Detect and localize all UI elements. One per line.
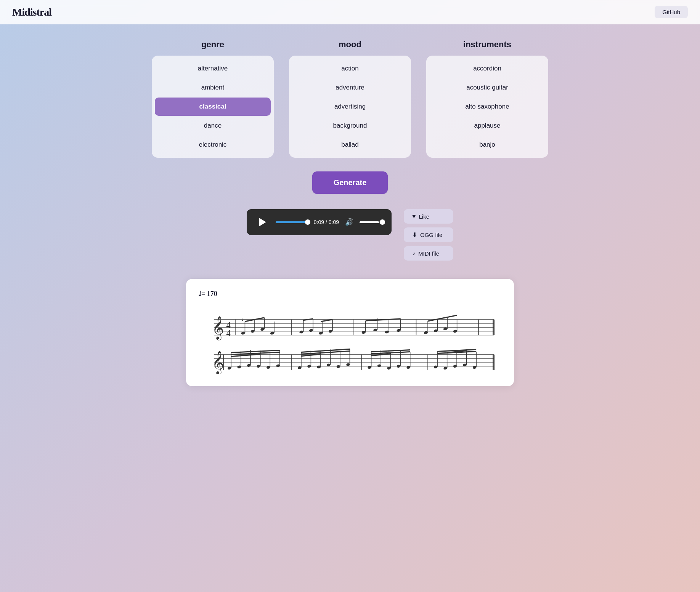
list-item-mood-advertising[interactable]: advertising xyxy=(292,98,408,116)
svg-point-85 xyxy=(307,365,311,368)
svg-point-113 xyxy=(443,366,448,370)
column-instruments: instrumentsaccordionacoustic guitaralto … xyxy=(426,40,548,158)
svg-point-72 xyxy=(247,364,251,367)
list-item-instruments-acoustic-guitar[interactable]: acoustic guitar xyxy=(429,78,545,97)
sheet-music-svg: 𝄞 4 4 ♩ xyxy=(198,304,502,374)
svg-point-49 xyxy=(443,327,448,331)
svg-point-30 xyxy=(319,331,323,335)
svg-point-47 xyxy=(433,329,438,333)
sheet-music-section: ♩= 170 𝄞 4 4 xyxy=(186,279,514,386)
svg-point-68 xyxy=(227,366,231,370)
github-button[interactable]: GitHub xyxy=(655,6,688,18)
svg-point-74 xyxy=(257,365,261,368)
svg-point-51 xyxy=(453,330,458,333)
list-item-instruments-applause[interactable]: applause xyxy=(429,117,545,135)
svg-point-78 xyxy=(276,364,280,368)
svg-point-22 xyxy=(270,331,275,335)
svg-line-34 xyxy=(303,319,313,320)
svg-line-24 xyxy=(245,320,255,322)
volume-thumb xyxy=(380,219,385,225)
svg-point-115 xyxy=(453,365,457,368)
svg-point-26 xyxy=(299,330,304,334)
svg-line-54 xyxy=(438,317,448,319)
play-icon xyxy=(259,218,266,226)
list-item-instruments-banjo[interactable]: banjo xyxy=(429,136,545,154)
progress-fill xyxy=(276,221,308,223)
column-genre: genrealternativeambientclassicaldanceele… xyxy=(152,40,274,158)
like-label: Like xyxy=(419,213,430,220)
list-item-genre-alternative[interactable]: alternative xyxy=(155,59,271,78)
svg-point-83 xyxy=(297,366,302,370)
list-item-instruments-alto-saxophone[interactable]: alto saxophone xyxy=(429,98,545,116)
svg-text:4: 4 xyxy=(226,328,230,338)
svg-line-55 xyxy=(447,315,457,317)
svg-point-100 xyxy=(377,364,381,368)
volume-bar[interactable] xyxy=(360,221,382,223)
player-section: 0:09 / 0:09 🔊 ♥Like⬇OGG file♪MIDI file xyxy=(144,209,556,261)
midi-label: MIDI file xyxy=(418,250,439,257)
list-box-mood: actionadventureadvertisingbackgroundball… xyxy=(289,56,411,158)
svg-point-42 xyxy=(397,329,401,333)
progress-bar[interactable] xyxy=(276,221,308,223)
list-item-instruments-accordion[interactable]: accordion xyxy=(429,59,545,78)
filter-columns: genrealternativeambientclassicaldanceele… xyxy=(144,40,556,158)
header: Midistral GitHub xyxy=(0,0,700,24)
time-display: 0:09 / 0:09 xyxy=(314,219,339,225)
tempo-mark: ♩= 170 xyxy=(198,290,502,298)
svg-text:𝄞: 𝄞 xyxy=(212,351,224,374)
list-item-mood-background[interactable]: background xyxy=(292,117,408,135)
action-btn-ogg[interactable]: ⬇OGG file xyxy=(404,227,453,242)
svg-text:♩: ♩ xyxy=(242,318,243,322)
svg-point-102 xyxy=(387,366,391,370)
svg-point-28 xyxy=(309,329,313,333)
list-box-instruments: accordionacoustic guitaralto saxophoneap… xyxy=(426,56,548,158)
svg-line-44 xyxy=(366,319,401,321)
column-mood: moodactionadventureadvertisingbackground… xyxy=(289,40,411,158)
action-buttons: ♥Like⬇OGG file♪MIDI file xyxy=(404,209,453,261)
list-item-genre-electronic[interactable]: electronic xyxy=(155,136,271,154)
svg-point-32 xyxy=(328,330,333,333)
svg-text:𝄞: 𝄞 xyxy=(212,316,224,341)
svg-point-70 xyxy=(237,365,241,369)
svg-point-111 xyxy=(433,365,438,369)
list-item-genre-classical[interactable]: classical xyxy=(155,98,271,116)
generate-button[interactable]: Generate xyxy=(312,171,388,194)
svg-line-25 xyxy=(255,318,265,320)
list-item-genre-ambient[interactable]: ambient xyxy=(155,78,271,97)
list-item-genre-dance[interactable]: dance xyxy=(155,117,271,135)
list-item-mood-adventure[interactable]: adventure xyxy=(292,78,408,97)
like-icon: ♥ xyxy=(412,213,416,220)
main-content: genrealternativeambientclassicaldanceele… xyxy=(121,24,579,409)
svg-line-35 xyxy=(321,320,332,322)
svg-point-45 xyxy=(424,331,428,335)
svg-point-104 xyxy=(397,365,401,368)
ogg-label: OGG file xyxy=(420,232,442,238)
audio-player: 0:09 / 0:09 🔊 xyxy=(247,209,392,235)
column-header-instruments: instruments xyxy=(426,40,548,50)
svg-point-15 xyxy=(241,331,246,335)
svg-point-87 xyxy=(317,365,321,369)
list-box-genre: alternativeambientclassicaldanceelectron… xyxy=(152,56,274,158)
progress-thumb xyxy=(305,219,310,225)
volume-fill xyxy=(360,221,379,223)
svg-point-40 xyxy=(385,330,389,334)
play-button[interactable] xyxy=(256,215,270,229)
action-btn-midi[interactable]: ♪MIDI file xyxy=(404,246,453,261)
svg-point-91 xyxy=(336,365,340,368)
svg-point-18 xyxy=(250,330,255,333)
column-header-genre: genre xyxy=(152,40,274,50)
svg-point-93 xyxy=(346,363,350,366)
generate-section: Generate xyxy=(144,171,556,194)
midi-icon: ♪ xyxy=(412,250,415,257)
svg-point-20 xyxy=(260,328,265,331)
list-item-mood-action[interactable]: action xyxy=(292,59,408,78)
action-btn-like[interactable]: ♥Like xyxy=(404,209,453,224)
app-logo: Midistral xyxy=(12,6,51,18)
ogg-icon: ⬇ xyxy=(412,231,417,238)
volume-icon: 🔊 xyxy=(345,218,353,226)
column-header-mood: mood xyxy=(289,40,411,50)
list-item-mood-ballad[interactable]: ballad xyxy=(292,136,408,154)
